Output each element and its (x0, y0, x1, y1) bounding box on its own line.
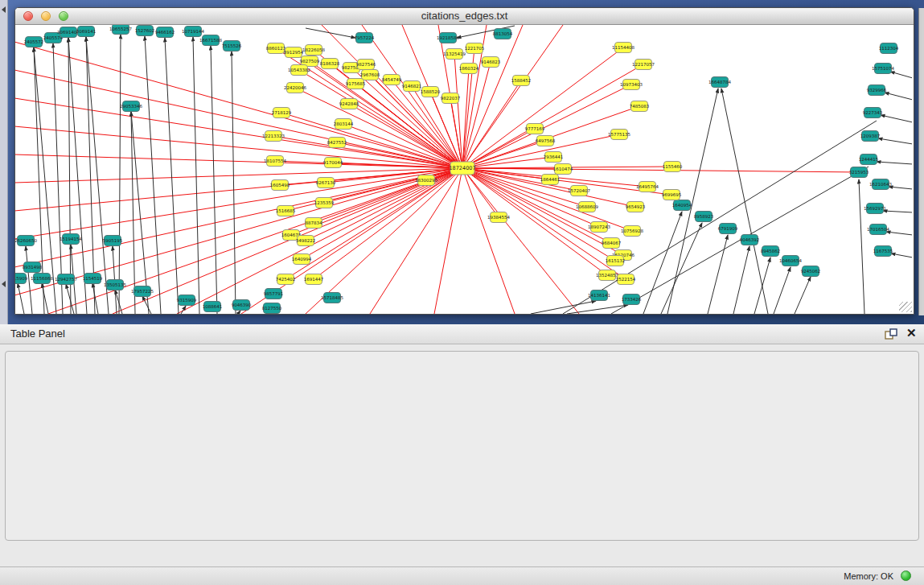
edge[interactable] (53, 43, 63, 314)
selected-node[interactable]: 18107554 (264, 156, 286, 167)
edge[interactable] (661, 223, 702, 314)
selected-node[interactable]: 15775135 (608, 130, 630, 140)
edge[interactable] (193, 37, 199, 314)
node[interactable]: 9046392 (740, 235, 760, 245)
node[interactable]: 2405572 (24, 37, 44, 47)
node[interactable]: 3215953 (849, 167, 869, 178)
selected-node[interactable]: 18907243 (588, 222, 610, 233)
selected-node[interactable]: 1588452 (511, 76, 532, 86)
node[interactable]: 9227343 (863, 108, 883, 118)
node[interactable]: 19218586 (437, 33, 459, 43)
selected-node[interactable]: 2936441 (544, 152, 564, 163)
selected-node[interactable]: 12217057 (632, 60, 655, 70)
node[interactable]: 12942757 (55, 274, 77, 285)
edge[interactable] (708, 235, 728, 314)
edge[interactable] (42, 283, 48, 314)
node[interactable]: 26260650 (15, 236, 37, 246)
resize-grip[interactable] (899, 302, 912, 312)
selected-node[interactable]: 10543382 (288, 65, 310, 76)
edge[interactable] (145, 36, 161, 314)
selected-node[interactable]: 19384554 (487, 212, 510, 223)
hub-node[interactable]: 18724007 (449, 162, 475, 175)
node[interactable]: 8945862 (761, 246, 781, 257)
node[interactable]: 1088641 (203, 302, 223, 312)
node[interactable]: 1527602 (135, 26, 155, 36)
edge[interactable] (142, 296, 151, 314)
network-canvas[interactable]: 2405572240557430691406306914110655257152… (15, 25, 914, 314)
window-titlebar[interactable]: citations_edges.txt (15, 8, 914, 25)
node[interactable]: 17957225 (131, 286, 154, 297)
node[interactable]: 17016504 (867, 225, 889, 235)
edge[interactable] (211, 46, 217, 314)
edge[interactable] (886, 232, 912, 235)
selected-node[interactable]: 1860324 (459, 64, 479, 74)
selected-node[interactable]: 8267130 (316, 178, 336, 188)
edge[interactable] (92, 283, 98, 314)
selected-node[interactable]: 9827546 (356, 60, 376, 70)
node[interactable]: 15194154 (60, 234, 82, 245)
edge[interactable] (66, 284, 74, 314)
selected-node[interactable]: 2803144 (334, 119, 354, 130)
node[interactable]: 1640954 (672, 200, 692, 211)
node[interactable]: 16210643 (869, 179, 892, 190)
close-window-button[interactable] (23, 11, 33, 21)
node[interactable]: 7515526 (222, 41, 242, 51)
edge[interactable] (86, 37, 109, 314)
selected-node[interactable]: 11325419 (443, 49, 466, 60)
node[interactable]: 1244415 (859, 154, 879, 165)
node[interactable]: 1209387 (860, 131, 881, 142)
edge[interactable] (15, 168, 462, 211)
node[interactable]: 9245062 (801, 266, 821, 277)
selected-node[interactable]: 15720407 (568, 186, 590, 196)
selected-node[interactable]: 9822037 (441, 93, 461, 104)
selected-node[interactable]: 9654923 (626, 202, 646, 212)
edge[interactable] (86, 37, 95, 314)
edge[interactable] (119, 35, 121, 314)
node[interactable]: 13505135 (104, 280, 126, 290)
edge[interactable] (15, 168, 462, 239)
edge[interactable] (15, 42, 462, 168)
selected-node[interactable]: 9146823 (481, 57, 501, 68)
edge[interactable] (890, 72, 912, 78)
selected-node[interactable]: 8186328 (320, 59, 340, 69)
selected-node[interactable]: 6497568 (536, 136, 556, 146)
edge[interactable] (238, 311, 240, 314)
edge[interactable] (563, 121, 877, 314)
selected-node[interactable]: 9684067 (602, 238, 622, 249)
selected-node[interactable]: 9777169 (525, 124, 545, 134)
selected-node[interactable]: 2522154 (616, 274, 636, 285)
node[interactable]: 16648784 (708, 77, 731, 88)
node[interactable]: 8813054 (493, 29, 513, 39)
selected-node[interactable]: 8454749 (382, 75, 402, 85)
edge[interactable] (462, 168, 615, 261)
node[interactable]: 8127550 (262, 303, 282, 314)
memory-ok-led-icon[interactable] (901, 571, 911, 581)
node[interactable]: 1167535 (873, 246, 893, 257)
node[interactable]: 3915909 (15, 274, 28, 284)
edge[interactable] (883, 211, 912, 212)
edge[interactable] (643, 212, 682, 314)
edge[interactable] (531, 301, 596, 314)
edge[interactable] (462, 68, 469, 168)
edge[interactable] (878, 138, 912, 144)
selected-node[interactable]: 1516685 (276, 206, 296, 216)
node[interactable]: 1154519 (83, 274, 103, 284)
selected-node[interactable]: 2718129 (272, 108, 292, 118)
edge[interactable] (889, 187, 912, 189)
selected-node[interactable]: 1605498 (270, 180, 290, 191)
node[interactable]: 9315909 (177, 295, 197, 306)
selected-node[interactable]: 887834 (306, 218, 322, 229)
selected-node[interactable]: 8912954 (284, 47, 304, 58)
node[interactable]: 9857791 (264, 289, 284, 299)
selected-node[interactable]: 9175685 (346, 79, 366, 89)
node[interactable]: 15751074 (872, 64, 894, 74)
edge[interactable] (131, 112, 135, 314)
selected-node[interactable]: 7485083 (630, 101, 650, 112)
node[interactable]: 7957224 (355, 33, 375, 43)
edge[interactable] (177, 168, 462, 314)
selected-node[interactable]: 1640994 (292, 254, 312, 265)
citation-network-graph[interactable]: 2405572240557430691406306914110655257152… (15, 25, 912, 314)
node[interactable]: 1112304 (879, 43, 899, 54)
edge[interactable] (285, 168, 462, 211)
selected-node[interactable]: 1864461 (540, 175, 561, 185)
